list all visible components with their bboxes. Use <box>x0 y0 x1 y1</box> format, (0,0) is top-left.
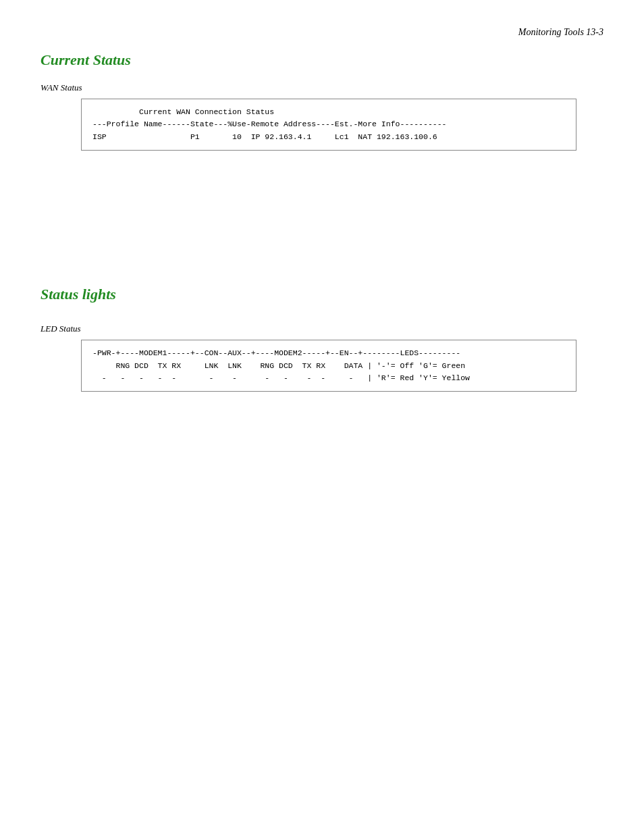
led-status-label: LED Status <box>41 323 603 334</box>
status-lights-section: Status lights LED Status -PWR-+----MODEM… <box>41 286 603 392</box>
status-lights-title: Status lights <box>41 286 603 303</box>
led-status-box: -PWR-+----MODEM1-----+--CON--AUX--+----M… <box>81 340 576 392</box>
current-status-section: Current Status WAN Status Current WAN Co… <box>41 51 603 151</box>
header-text: Monitoring Tools 13-3 <box>518 27 603 37</box>
header-right: Monitoring Tools 13-3 <box>41 27 603 38</box>
wan-status-label: WAN Status <box>41 82 603 93</box>
wan-terminal-text: Current WAN Connection Status ---Profile… <box>92 106 565 143</box>
led-terminal-text: -PWR-+----MODEM1-----+--CON--AUX--+----M… <box>92 347 565 384</box>
wan-status-box: Current WAN Connection Status ---Profile… <box>81 99 576 151</box>
current-status-title: Current Status <box>41 51 603 69</box>
